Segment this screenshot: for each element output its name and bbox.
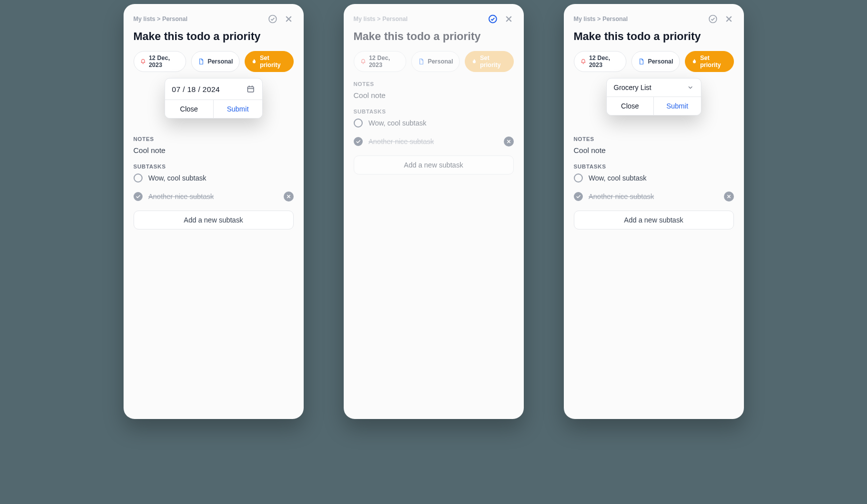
due-date-text: 12 Dec, 2023 bbox=[369, 54, 399, 68]
list-chip[interactable]: Personal bbox=[411, 51, 460, 72]
subtask-text[interactable]: Wow, cool subtask bbox=[149, 174, 294, 182]
list-chip-text: Personal bbox=[208, 58, 233, 65]
subtask-text[interactable]: Another nice subtask bbox=[589, 192, 718, 200]
popover-close-button[interactable]: Close bbox=[607, 97, 654, 115]
subtask-text[interactable]: Wow, cool subtask bbox=[369, 119, 514, 127]
todo-title[interactable]: Make this todo a priority bbox=[134, 30, 294, 43]
due-date-chip[interactable]: 12 Dec, 2023 bbox=[354, 51, 406, 72]
check-icon bbox=[135, 194, 141, 200]
todo-detail-card: My lists > Personal Make this todo a pri… bbox=[344, 4, 524, 419]
date-input[interactable]: 07 / 18 / 2024 bbox=[172, 85, 220, 94]
list-select-popover: Grocery List Close Submit bbox=[606, 78, 701, 116]
check-icon bbox=[575, 194, 581, 200]
check-icon bbox=[355, 138, 361, 144]
todo-title[interactable]: Make this todo a priority bbox=[354, 30, 514, 43]
card-header: My lists > Personal bbox=[354, 14, 514, 24]
list-chip[interactable]: Personal bbox=[191, 51, 240, 72]
calendar-icon[interactable] bbox=[246, 84, 255, 94]
subtask-row: Wow, cool subtask bbox=[134, 174, 294, 182]
subtasks-section-label: SUBTASKS bbox=[354, 108, 514, 114]
list-chip[interactable]: Personal bbox=[631, 51, 680, 72]
todo-detail-card: My lists > Personal Make this todo a pri… bbox=[564, 4, 744, 419]
add-subtask-input[interactable]: Add a new subtask bbox=[134, 210, 294, 230]
add-subtask-input[interactable]: Add a new subtask bbox=[354, 156, 514, 174]
complete-toggle-icon[interactable] bbox=[268, 14, 278, 24]
subtasks-section-label: SUBTASKS bbox=[134, 164, 294, 170]
subtasks-section-label: SUBTASKS bbox=[574, 164, 734, 170]
list-chip-text: Personal bbox=[428, 58, 453, 65]
breadcrumb[interactable]: My lists > Personal bbox=[134, 16, 188, 22]
card-header: My lists > Personal bbox=[134, 14, 294, 24]
add-subtask-input[interactable]: Add a new subtask bbox=[574, 210, 734, 230]
popover-submit-button[interactable]: Submit bbox=[654, 97, 701, 115]
notes-section-label: NOTES bbox=[354, 81, 514, 87]
chevron-down-icon bbox=[687, 84, 694, 91]
document-icon bbox=[418, 58, 425, 65]
popover-submit-button[interactable]: Submit bbox=[214, 100, 262, 118]
breadcrumb[interactable]: My lists > Personal bbox=[354, 16, 408, 22]
subtask-checkbox[interactable] bbox=[354, 118, 363, 128]
chip-row: 12 Dec, 2023 Personal Set priority bbox=[134, 51, 294, 72]
subtask-remove-button[interactable] bbox=[284, 192, 294, 202]
subtask-text[interactable]: Another nice subtask bbox=[149, 192, 278, 200]
priority-chip-text: Set priority bbox=[480, 54, 507, 68]
due-date-text: 12 Dec, 2023 bbox=[589, 54, 619, 68]
note-text[interactable]: Cool note bbox=[134, 146, 294, 154]
flame-icon bbox=[251, 58, 257, 65]
todo-title[interactable]: Make this todo a priority bbox=[574, 30, 734, 43]
bell-icon bbox=[580, 58, 586, 65]
subtask-row: Another nice subtask bbox=[354, 136, 514, 146]
list-select[interactable]: Grocery List bbox=[607, 78, 701, 96]
popover-close-button[interactable]: Close bbox=[165, 100, 214, 118]
todo-detail-card: My lists > Personal Make this todo a pri… bbox=[124, 4, 304, 419]
subtask-row: Wow, cool subtask bbox=[354, 118, 514, 128]
x-icon bbox=[506, 138, 512, 144]
subtask-checkbox[interactable] bbox=[134, 192, 143, 201]
subtask-remove-button[interactable] bbox=[724, 192, 734, 202]
priority-chip[interactable]: Set priority bbox=[465, 51, 514, 72]
note-text[interactable]: Cool note bbox=[574, 146, 734, 154]
complete-toggle-icon[interactable] bbox=[488, 14, 498, 24]
priority-chip-text: Set priority bbox=[700, 54, 727, 68]
note-text[interactable]: Cool note bbox=[354, 91, 514, 100]
date-popover: 07 / 18 / 2024 Close Submit bbox=[165, 78, 263, 118]
svg-point-3 bbox=[709, 16, 716, 23]
chip-row: 12 Dec, 2023 Personal Set priority bbox=[574, 51, 734, 72]
due-date-text: 12 Dec, 2023 bbox=[149, 54, 179, 68]
priority-chip[interactable]: Set priority bbox=[245, 51, 294, 72]
chip-row: 12 Dec, 2023 Personal Set priority bbox=[354, 51, 514, 72]
flame-icon bbox=[471, 58, 477, 65]
due-date-chip[interactable]: 12 Dec, 2023 bbox=[574, 51, 626, 72]
subtask-text[interactable]: Wow, cool subtask bbox=[589, 174, 734, 182]
header-actions bbox=[708, 14, 734, 24]
subtask-checkbox[interactable] bbox=[574, 174, 583, 182]
bell-icon bbox=[140, 58, 146, 65]
priority-chip[interactable]: Set priority bbox=[685, 51, 734, 72]
bell-icon bbox=[360, 58, 366, 65]
svg-rect-1 bbox=[248, 87, 254, 92]
document-icon bbox=[198, 58, 205, 65]
subtask-text[interactable]: Another nice subtask bbox=[369, 138, 498, 146]
x-icon bbox=[286, 194, 292, 200]
subtask-checkbox[interactable] bbox=[354, 137, 363, 146]
header-actions bbox=[268, 14, 294, 24]
due-date-chip[interactable]: 12 Dec, 2023 bbox=[134, 51, 186, 72]
subtask-checkbox[interactable] bbox=[134, 174, 143, 182]
subtask-row: Wow, cool subtask bbox=[574, 174, 734, 182]
complete-toggle-icon[interactable] bbox=[708, 14, 718, 24]
header-actions bbox=[488, 14, 514, 24]
subtask-row: Another nice subtask bbox=[134, 192, 294, 202]
subtask-remove-button[interactable] bbox=[504, 136, 514, 146]
list-select-value: Grocery List bbox=[614, 84, 651, 92]
close-icon[interactable] bbox=[284, 14, 294, 24]
subtask-checkbox[interactable] bbox=[574, 192, 583, 201]
close-icon[interactable] bbox=[724, 14, 734, 24]
card-header: My lists > Personal bbox=[574, 14, 734, 24]
notes-section-label: NOTES bbox=[134, 136, 294, 142]
close-icon[interactable] bbox=[504, 14, 514, 24]
breadcrumb[interactable]: My lists > Personal bbox=[574, 16, 628, 22]
subtask-row: Another nice subtask bbox=[574, 192, 734, 202]
notes-section-label: NOTES bbox=[574, 136, 734, 142]
svg-point-0 bbox=[269, 16, 276, 23]
priority-chip-text: Set priority bbox=[260, 54, 287, 68]
